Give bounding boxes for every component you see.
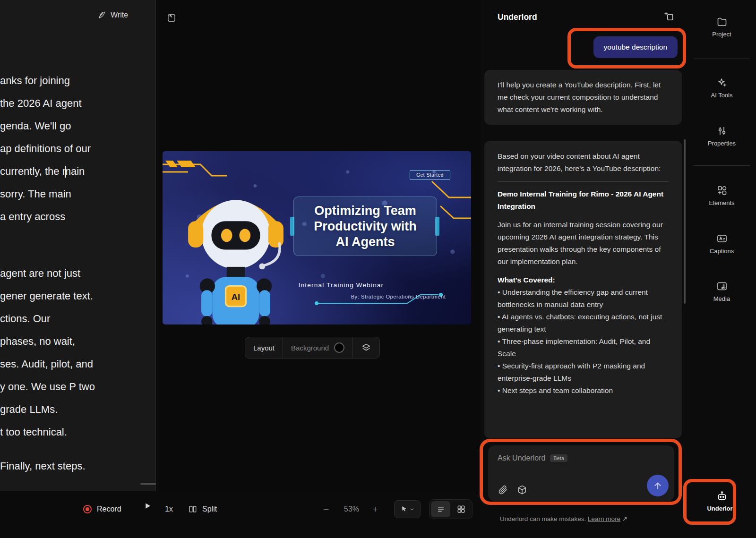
script-line[interactable]: gener generate text. [0, 285, 156, 307]
send-button[interactable] [647, 475, 669, 496]
script-line[interactable]: grade LLMs. [0, 398, 156, 421]
video-preview[interactable]: AI Optimizing Team Productivity with AI … [163, 151, 471, 325]
slide-subtitle: Internal Training Webinar [280, 282, 403, 289]
record-icon [83, 505, 92, 513]
script-line[interactable]: t too technical. [0, 421, 156, 444]
slide-title-card: Optimizing Team Productivity with AI Age… [293, 196, 437, 256]
sidebar-item-label: Media [713, 295, 730, 302]
dice-icon[interactable] [517, 485, 527, 495]
pointer-tool-button[interactable] [394, 500, 421, 518]
assistant-message: I'll help you create a YouTube descripti… [484, 70, 682, 125]
learn-more-link[interactable]: Learn more [588, 515, 620, 522]
disclaimer-text: Underlord can make mistakes. [500, 515, 586, 522]
layers-button[interactable] [352, 337, 379, 358]
slide-byline: By: Strategic Operations Department [337, 294, 460, 299]
script-line[interactable]: phases, no wait, [0, 330, 156, 353]
view-toggle-group [429, 499, 472, 519]
script-line[interactable]: ctions. Our [0, 307, 156, 330]
script-line[interactable]: ses. Audit, pilot, and [0, 353, 156, 376]
message-divider [498, 181, 669, 182]
sidebar-item-underlord[interactable]: Underlord [687, 490, 756, 512]
script-line[interactable]: ap definitions of our [0, 137, 156, 160]
split-icon [188, 504, 198, 514]
robot-icon [716, 490, 728, 502]
user-message-bubble: youtube description [593, 36, 678, 58]
split-button[interactable]: Split [188, 501, 217, 518]
robot-chip-label: AI [232, 292, 240, 302]
zoom-level: 53% [336, 501, 367, 518]
slide-get-started-badge: Get Started [410, 170, 450, 180]
zoom-out-button[interactable]: − [323, 501, 329, 518]
youtube-description-text: Join us for an internal training session… [498, 219, 669, 268]
script-line[interactable]: agent are not just [0, 262, 156, 285]
list-view-icon [436, 504, 446, 514]
text-cursor [65, 166, 66, 178]
script-line[interactable]: genda. We'll go [0, 115, 156, 137]
vertical-scrollbar[interactable] [684, 139, 686, 304]
folder-icon [716, 16, 728, 27]
underlord-panel: Underlord youtube description I'll help … [481, 0, 687, 538]
panel-title: Underlord [498, 12, 537, 22]
description-bullet: • Understanding the efficiency gap and c… [498, 286, 669, 311]
playback-speed-button[interactable]: 1x [165, 501, 173, 518]
sidebar-divider [693, 165, 750, 166]
sidebar-item-label: Captions [710, 248, 734, 255]
background-button[interactable]: Background [283, 337, 352, 358]
write-button[interactable]: Write [97, 10, 128, 20]
sidebar-item-properties[interactable]: Properties [687, 125, 756, 147]
record-label: Record [97, 505, 121, 513]
ask-underlord-input[interactable]: Ask Underlord Beta [488, 445, 674, 501]
chevron-down-icon [410, 507, 414, 512]
layers-icon [361, 342, 371, 353]
layout-button[interactable]: Layout [245, 337, 283, 358]
grid-view-toggle[interactable] [451, 501, 471, 517]
description-bullet: • Security-first approach with P2 maskin… [498, 360, 669, 384]
expand-icon[interactable] [167, 13, 176, 23]
record-button[interactable]: Record [83, 501, 121, 518]
sidebar-item-ai-tools[interactable]: AI Tools [687, 77, 756, 99]
script-line[interactable]: a entry across [0, 205, 156, 228]
tools-sidebar: Project AI Tools Properties [687, 0, 756, 538]
assistant-message-intro: Based on your video content about AI age… [498, 150, 669, 175]
sidebar-item-label: Elements [709, 199, 734, 206]
transport-bar: Record 1x Split − 53% + [0, 491, 481, 538]
background-label: Background [291, 344, 329, 352]
description-bullet: • Three-phase implementation: Audit, Pil… [498, 335, 669, 360]
script-line[interactable]: y one. We use P two [0, 376, 156, 398]
assistant-message-text: I'll help you create a YouTube descripti… [498, 79, 669, 116]
slide-title-line: Optimizing Team [314, 203, 416, 219]
split-label: Split [202, 505, 217, 513]
script-line[interactable]: the 2026 AI agent [0, 92, 156, 115]
script-panel: Write anks for joining the 2026 AI agent… [0, 0, 156, 491]
zoom-in-button[interactable]: + [372, 501, 378, 518]
script-line[interactable]: Finally, next steps. [0, 455, 156, 478]
beta-badge: Beta [550, 454, 567, 462]
script-line[interactable]: currently, the main [0, 160, 156, 183]
sidebar-item-label: Underlord [707, 505, 736, 512]
layout-label: Layout [253, 344, 275, 352]
sidebar-item-label: AI Tools [711, 92, 732, 99]
attachment-icon[interactable] [498, 485, 508, 495]
video-canvas: AI Optimizing Team Productivity with AI … [156, 0, 481, 491]
disclaimer: Underlord can make mistakes. Learn more … [500, 515, 627, 522]
sliders-icon [716, 125, 728, 137]
robot-illustration: AI [175, 178, 297, 325]
script-line[interactable]: sorry. The main [0, 183, 156, 205]
covered-heading: What's Covered: [498, 274, 669, 286]
background-color-swatch [334, 342, 344, 353]
script-paragraph: agent are not just gener generate text. … [0, 262, 156, 444]
sidebar-item-media[interactable]: Media [687, 281, 756, 302]
script-view-toggle[interactable] [431, 501, 450, 517]
sidebar-item-project[interactable]: Project [687, 16, 756, 38]
description-bullet: • Next steps and team collaboration [498, 384, 669, 397]
sidebar-item-elements[interactable]: Elements [687, 185, 756, 206]
sidebar-item-label: Properties [708, 140, 736, 147]
script-paragraph: anks for joining the 2026 AI agent genda… [0, 69, 156, 228]
media-icon [716, 281, 728, 292]
slide-title-line: AI Agents [335, 234, 395, 250]
cursor-icon [400, 505, 408, 513]
new-chat-icon[interactable] [664, 11, 674, 22]
script-line[interactable]: anks for joining [0, 69, 156, 92]
play-button[interactable] [143, 502, 152, 510]
sidebar-item-captions[interactable]: Captions [687, 233, 756, 255]
